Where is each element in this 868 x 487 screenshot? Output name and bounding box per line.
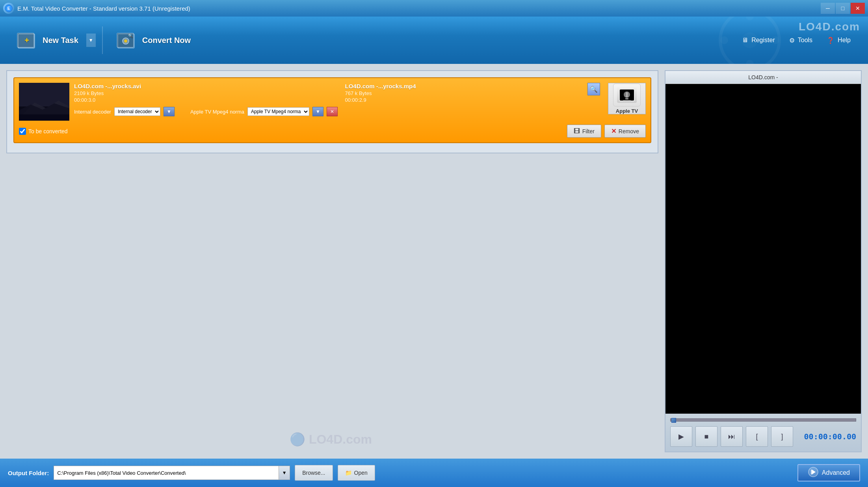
output-format-label: Apple TV Mpeg4 norma [190,109,244,115]
task-thumbnail-inner [19,83,69,121]
svg-marker-28 [811,470,812,474]
new-task-button[interactable]: + New Task [6,25,88,55]
app-icon: E [3,3,14,14]
new-task-icon: + [16,29,38,51]
stop-button[interactable]: ■ [695,426,717,447]
svg-rect-20 [19,114,69,121]
preview-progress-thumb[interactable] [671,418,676,423]
task-output-target-icon: Apple TV [608,83,646,114]
task-bottom: To be converted 🎞 Filter ✕ Remove [19,125,646,138]
filter-label: Filter [582,128,595,134]
title-bar: E E.M. Total Video Converter - Standard … [0,0,868,17]
help-label: Help [838,37,851,44]
task-output-col: LO4D.com -...yrocks.mp4 767 k Bytes 00:0… [345,83,600,103]
lo4d-watermark-toolbar: LO4D.com [799,21,860,33]
bottom-bar: Output Folder: ▼ Browse... 📁 Open Advanc… [0,459,868,487]
new-task-label: New Task [43,36,78,45]
task-actions: 🎞 Filter ✕ Remove [567,125,646,138]
convert-now-icon: 🔍 [115,29,138,51]
preview-panel: LO4D.com - ▶ ■ ⏭ [ ] 00:00:00.00 [665,70,862,452]
preview-video-area [665,84,861,414]
filter-button[interactable]: 🎞 Filter [567,125,601,138]
format-select[interactable]: Apple TV Mpeg4 norma [247,107,309,116]
open-label: Open [354,470,368,476]
svg-point-14 [124,39,127,43]
svg-point-3 [742,32,758,48]
advanced-icon [808,466,819,479]
convert-now-label: Convert Now [142,36,191,45]
appletv-device-icon [613,84,641,106]
title-bar-left: E E.M. Total Video Converter - Standard … [3,3,190,14]
task-item: LO4D.com -...yrocks.avi 2109 k Bytes 00:… [13,77,651,143]
preview-progress-bar[interactable] [670,418,856,422]
mark-out-button[interactable]: ] [771,426,793,447]
remove-label: Remove [619,128,639,134]
browse-label: Browse... [302,470,325,476]
task-output-info: LO4D.com -...yrocks.mp4 767 k Bytes 00:0… [345,83,416,103]
format-settings-btn[interactable]: ✕ [327,107,338,116]
preview-time-display: 00:00:00.00 [804,432,856,441]
title-controls: ─ □ ✕ [821,3,865,14]
svg-rect-25 [623,100,631,101]
close-button[interactable]: ✕ [851,3,865,14]
appletv-svg [619,89,635,101]
svg-point-5 [746,60,754,64]
source-duration: 00:00:3.0 [74,97,329,103]
output-duration: 00:00:2.9 [345,97,416,103]
tools-icon: ⚙ [789,37,795,44]
task-info: LO4D.com -...yrocks.avi 2109 k Bytes 00:… [74,83,600,118]
thumbnail-image [19,83,69,121]
task-decoder-format-row: Internal decoder Internal decoder ▼ Appl… [74,105,600,116]
play-button[interactable]: ▶ [670,426,692,447]
source-size: 2109 k Bytes [74,90,329,96]
minimize-button[interactable]: ─ [821,3,835,14]
output-folder-input-wrap: ▼ [54,466,290,480]
folder-icon: 📁 [345,470,352,476]
open-button[interactable]: 📁 Open [338,465,375,481]
main-content: LO4D.com -...yrocks.avi 2109 k Bytes 00:… [0,64,868,459]
task-format-row: Apple TV Mpeg4 norma Apple TV Mpeg4 norm… [190,107,338,116]
output-size: 767 k Bytes [345,90,416,96]
to-be-converted-checkbox[interactable] [19,128,26,135]
svg-point-4 [746,17,754,21]
preview-controls: ▶ ■ ⏭ [ ] 00:00:00.00 [665,414,861,452]
advanced-button[interactable]: Advanced [797,464,860,481]
step-forward-button[interactable]: ⏭ [721,426,743,447]
mark-in-button[interactable]: [ [746,426,768,447]
task-source-col: LO4D.com -...yrocks.avi 2109 k Bytes 00:… [74,83,329,103]
preview-title: LO4D.com - [665,71,861,84]
help-button[interactable]: ❓ Help [823,35,854,46]
tools-button[interactable]: ⚙ Tools [786,35,816,46]
maximize-button[interactable]: □ [836,3,850,14]
output-folder-dropdown-btn[interactable]: ▼ [279,466,290,480]
decoder-label: Internal decoder [74,109,111,115]
svg-point-6 [720,36,728,44]
convert-now-button[interactable]: 🔍 Convert Now [106,25,200,55]
title-text: E.M. Total Video Converter - Standard ve… [17,5,190,12]
task-decoder-row: Internal decoder Internal decoder ▼ [74,107,175,116]
output-filename: LO4D.com -...yrocks.mp4 [345,83,416,90]
preview-buttons: ▶ ■ ⏭ [ ] 00:00:00.00 [670,426,856,447]
source-filename: LO4D.com -...yrocks.avi [74,83,329,90]
new-task-dropdown-button[interactable]: ▼ [86,34,96,47]
task-panel: LO4D.com -...yrocks.avi 2109 k Bytes 00:… [6,70,658,153]
task-info-row-1: LO4D.com -...yrocks.avi 2109 k Bytes 00:… [74,83,600,103]
to-be-converted-label[interactable]: To be converted [19,128,68,135]
decoder-dropdown-btn[interactable]: ▼ [164,107,175,116]
output-target-label: Apple TV [616,108,638,114]
browse-button[interactable]: Browse... [295,465,333,481]
task-thumbnail [19,83,69,121]
tools-label: Tools [798,37,812,44]
remove-button[interactable]: ✕ Remove [604,125,646,138]
output-folder-input[interactable] [54,466,279,480]
decoder-select[interactable]: Internal decoder [114,107,160,116]
checkbox-label-text: To be converted [28,128,68,134]
task-zoom-button[interactable]: 🔍 [587,83,600,95]
task-panel-container: LO4D.com -...yrocks.avi 2109 k Bytes 00:… [0,64,662,459]
appletv-logo [617,87,637,103]
toolbar-divider [102,26,103,54]
svg-text:🔍: 🔍 [128,33,133,38]
format-dropdown-btn[interactable]: ▼ [312,107,323,116]
svg-text:E: E [7,6,10,11]
filter-icon: 🎞 [574,128,580,135]
